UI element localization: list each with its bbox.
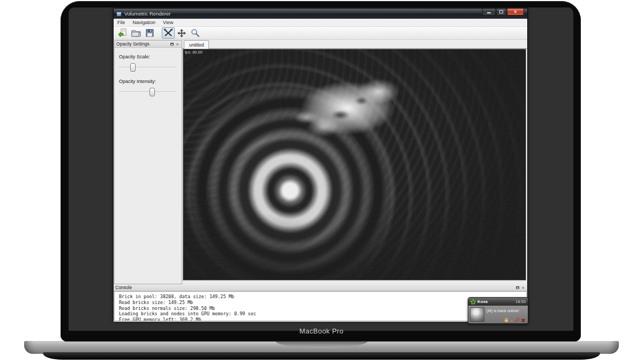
float-icon	[170, 43, 174, 46]
console-line: Read bricks normals size: 298.50 Mb	[119, 306, 522, 312]
transform-tool-icon	[163, 28, 173, 37]
render-noise-overlay	[183, 49, 526, 280]
save-button[interactable]	[143, 27, 156, 39]
console-line: Brick in pool: 38208, data size: 149.25 …	[119, 294, 522, 300]
messenger-notification[interactable]: Koss 18:53 (M) is back online! –	[468, 297, 528, 324]
actions-separator: –	[511, 318, 513, 322]
window-controls: ×	[482, 9, 524, 16]
save-icon	[145, 28, 154, 37]
menu-navigation[interactable]: Navigation	[129, 19, 160, 26]
console-log[interactable]: Brick in pool: 38208, data size: 149.25 …	[114, 291, 527, 321]
open-file-button[interactable]	[116, 27, 129, 39]
opacity-settings-panel: Opacity Settings × Opacity Scale: Opacit…	[114, 40, 182, 284]
console-close-icon: ×	[522, 285, 525, 290]
menu-view[interactable]: View	[159, 19, 177, 26]
maximize-icon	[499, 10, 503, 13]
laptop-thumb-notch	[275, 341, 368, 348]
float-icon	[516, 286, 519, 289]
render-viewport[interactable]: fps: 60.00	[183, 49, 526, 280]
close-icon: ×	[514, 10, 517, 14]
maximize-button[interactable]	[496, 9, 506, 16]
opacity-intensity-slider[interactable]	[119, 87, 175, 97]
open-folder-button[interactable]	[130, 27, 143, 39]
settings-wrench-icon[interactable]	[514, 318, 519, 323]
console-line: Free GPU memory left: 369.2 Mb	[119, 317, 522, 321]
wave-hand-icon[interactable]	[504, 317, 509, 323]
tab-untitled[interactable]: untitled	[184, 40, 209, 49]
open-file-icon	[118, 28, 128, 37]
close-button[interactable]: ×	[507, 9, 524, 16]
console-float-button[interactable]	[515, 285, 520, 290]
zoom-tool-icon	[190, 28, 200, 37]
console-title: Console	[115, 285, 515, 290]
opacity-intensity-label: Opacity Intensity:	[119, 79, 182, 84]
notification-message: (M) is back online!	[487, 308, 519, 313]
opacity-scale-label: Opacity Scale:	[119, 54, 182, 59]
panel-close-button[interactable]: ×	[175, 41, 180, 47]
console-panel: Console × Brick in pool: 38208, data siz…	[114, 284, 527, 322]
title-bar[interactable]: Volumetric Renderer ×	[114, 9, 527, 19]
opacity-panel-frame: Opacity Settings × Opacity Scale: Opacit…	[114, 40, 182, 284]
slider-track[interactable]	[119, 92, 175, 93]
notification-header: Koss 18:53	[468, 298, 528, 306]
minimize-icon	[487, 12, 491, 13]
menu-bar: File Navigation View	[114, 19, 527, 27]
notification-body: (M) is back online! –	[468, 306, 528, 324]
contact-name: Koss	[477, 299, 515, 304]
minimize-button[interactable]	[482, 9, 496, 16]
panel-float-button[interactable]	[169, 41, 175, 47]
laptop-bottom-edge	[43, 352, 600, 360]
menu-file[interactable]: File	[114, 19, 129, 26]
contact-avatar	[470, 307, 484, 322]
render-area: untitled fps: 60.00	[182, 40, 527, 284]
zoom-tool-button[interactable]	[189, 27, 201, 39]
app-window: Volumetric Renderer × File Navigation Vi…	[113, 8, 528, 321]
toolbar	[114, 27, 527, 40]
opacity-scale-slider[interactable]	[119, 63, 175, 72]
opacity-panel-header[interactable]: Opacity Settings ×	[115, 41, 182, 48]
console-header[interactable]: Console ×	[114, 284, 527, 291]
desktop: Volumetric Renderer × File Navigation Vi…	[69, 7, 573, 331]
dismiss-x-icon[interactable]	[521, 318, 526, 323]
fps-counter: fps: 60.00	[185, 50, 203, 55]
tab-strip: untitled	[182, 40, 527, 49]
console-line: Read bricks size: 149.25 Mb	[119, 300, 522, 306]
console-line: Loading bricks and nodes into GPU memory…	[119, 311, 522, 317]
pan-tool-icon	[177, 28, 186, 38]
online-status-flower-icon	[470, 299, 476, 305]
console-close-button[interactable]: ×	[520, 285, 526, 290]
notification-actions: –	[504, 317, 526, 323]
opacity-intensity-thumb[interactable]	[149, 88, 155, 96]
window-title: Volumetric Renderer	[124, 11, 171, 17]
open-folder-icon	[131, 28, 141, 37]
opacity-panel-title: Opacity Settings	[116, 41, 169, 47]
slider-track[interactable]	[119, 67, 175, 68]
opacity-scale-thumb[interactable]	[130, 63, 136, 72]
pan-tool-button[interactable]	[175, 27, 188, 39]
device-label: MacBook Pro	[0, 327, 643, 335]
notification-time: 18:53	[515, 299, 526, 304]
transform-tool-button[interactable]	[162, 27, 175, 39]
app-icon	[116, 11, 122, 17]
panel-close-icon: ×	[176, 42, 179, 47]
macbook-mockup: MacBook Pro Volumetric Renderer × File	[0, 0, 643, 364]
